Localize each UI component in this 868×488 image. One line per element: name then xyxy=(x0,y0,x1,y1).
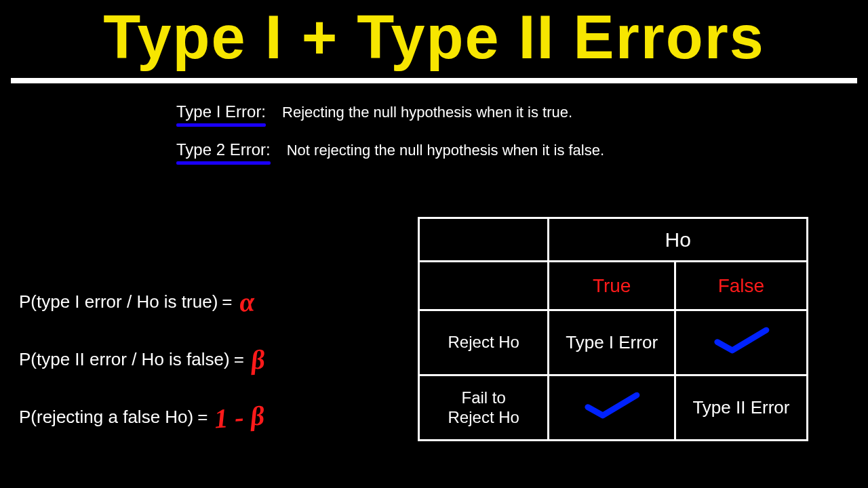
probability-block: P(type I error / Ho is true) = α P(type … xyxy=(19,286,264,459)
false-header: False xyxy=(675,262,807,310)
error-table: Ho True False Reject Ho Type I Error Fai… xyxy=(418,217,808,441)
table-row: Fail to Reject Ho Type II Error xyxy=(419,375,808,441)
type1-underline xyxy=(176,123,266,127)
type2-cell: Type II Error xyxy=(675,375,807,441)
prob-power-text: P(rejecting a false Ho) xyxy=(19,407,193,428)
prob-alpha-row: P(type I error / Ho is true) = α xyxy=(19,286,264,318)
equals-sign: = xyxy=(197,407,208,428)
check-icon xyxy=(711,325,772,355)
empty-cell xyxy=(419,262,549,310)
prob-beta-row: P(type II error / Ho is false) = β xyxy=(19,344,264,375)
type2-definition: Type 2 Error: Not rejecting the null hyp… xyxy=(176,140,868,159)
table-row: True False xyxy=(419,262,808,310)
alpha-symbol: α xyxy=(238,285,255,318)
reject-h0-text: Reject Ho xyxy=(448,333,519,352)
type1-text: Rejecting the null hypothesis when it is… xyxy=(282,104,572,121)
type2-text: Not rejecting the null hypothesis when i… xyxy=(287,142,604,159)
empty-cell xyxy=(419,218,549,262)
type1-cell: Type I Error xyxy=(549,310,675,375)
fail-reject-h0-text: Fail to Reject Ho xyxy=(436,388,531,428)
equals-sign: = xyxy=(234,349,244,370)
table-row: Reject Ho Type I Error xyxy=(419,310,808,375)
type2-label-text: Type 2 Error: xyxy=(176,140,271,159)
h0-header: Ho xyxy=(549,218,808,262)
beta-symbol: β xyxy=(250,343,266,375)
prob-power-row: P(rejecting a false Ho) = 1 - β xyxy=(19,401,264,433)
definitions-block: Type I Error: Rejecting the null hypothe… xyxy=(176,102,868,159)
reject-h0-label: Reject Ho xyxy=(419,310,549,375)
prob-alpha-text: P(type I error / Ho is true) xyxy=(19,291,218,312)
type2-underline xyxy=(176,161,271,165)
error-table-grid: Ho True False Reject Ho Type I Error Fai… xyxy=(418,217,808,441)
correct-reject-cell xyxy=(675,310,807,375)
page-title: Type I + Type II Errors xyxy=(0,0,868,71)
correct-fail-cell xyxy=(549,375,675,441)
fail-reject-h0-label: Fail to Reject Ho xyxy=(419,375,549,441)
true-header: True xyxy=(549,262,675,310)
check-icon xyxy=(581,390,642,420)
type1-label: Type I Error: xyxy=(176,102,266,121)
prob-beta-text: P(type II error / Ho is false) xyxy=(19,349,230,370)
one-minus-beta-symbol: 1 - β xyxy=(214,399,266,434)
type2-label: Type 2 Error: xyxy=(176,140,271,159)
table-row: Ho xyxy=(419,218,808,262)
type1-definition: Type I Error: Rejecting the null hypothe… xyxy=(176,102,868,121)
equals-sign: = xyxy=(222,291,232,312)
type1-label-text: Type I Error: xyxy=(176,102,266,121)
title-divider xyxy=(11,78,857,83)
